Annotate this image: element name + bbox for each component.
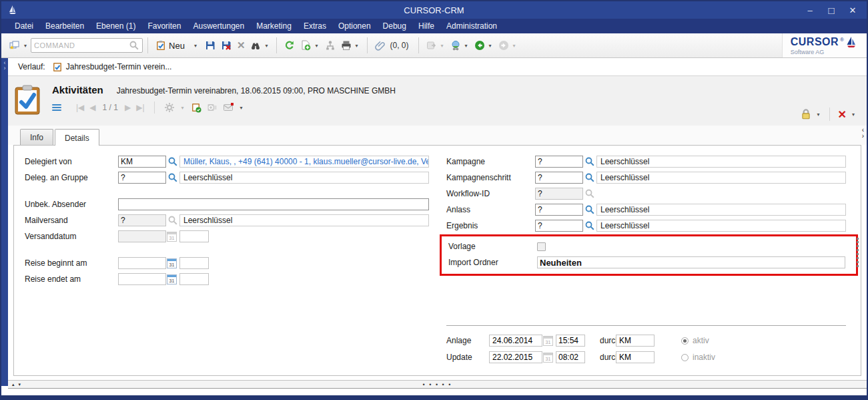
menu-favoriten[interactable]: Favoriten bbox=[142, 20, 186, 32]
settings-caret-icon[interactable]: ▾ bbox=[180, 105, 185, 111]
history-item-label[interactable]: Jahresbudget-Termin verein... bbox=[66, 62, 172, 71]
last-record-icon[interactable]: ▶| bbox=[136, 103, 144, 112]
reise-endet-time-input[interactable] bbox=[179, 273, 209, 285]
delegiert-von-input[interactable] bbox=[118, 156, 166, 168]
forward-caret-icon[interactable]: ▾ bbox=[512, 43, 517, 49]
back-caret-icon[interactable]: ▾ bbox=[488, 43, 493, 49]
new-window-caret-icon[interactable]: ▾ bbox=[23, 43, 28, 49]
next-record-icon[interactable]: ▶ bbox=[125, 103, 131, 112]
inaktiv-radio-option[interactable]: inaktiv bbox=[681, 353, 715, 362]
workflow-id-input[interactable] bbox=[535, 188, 583, 200]
ergebnis-input[interactable] bbox=[535, 220, 583, 232]
delete-caret-icon[interactable]: ▾ bbox=[851, 112, 856, 118]
versanddatum-time-input[interactable] bbox=[179, 230, 209, 242]
menu-debug[interactable]: Debug bbox=[378, 20, 412, 32]
discard-button[interactable]: ✕ bbox=[234, 37, 248, 53]
aktiv-radio-option[interactable]: aktiv bbox=[681, 336, 709, 345]
mail-caret-icon[interactable]: ▾ bbox=[239, 105, 244, 111]
kampagne-input[interactable] bbox=[535, 156, 583, 168]
minimize-button[interactable]: – bbox=[805, 5, 815, 15]
maximize-button[interactable]: □ bbox=[827, 5, 836, 16]
reise-beginnt-time-input[interactable] bbox=[179, 257, 209, 269]
delegiert-von-lookup-icon[interactable] bbox=[167, 156, 178, 167]
vorlage-checkbox[interactable] bbox=[537, 242, 546, 251]
reise-beginnt-calendar-icon[interactable]: 31 bbox=[167, 258, 177, 268]
delegiert-von-label: Delegiert von bbox=[25, 157, 118, 166]
unbek-absender-input[interactable] bbox=[118, 198, 429, 210]
neu-button[interactable]: Neu bbox=[153, 38, 187, 53]
first-record-icon[interactable]: |◀ bbox=[76, 103, 84, 112]
task-check-icon[interactable] bbox=[191, 102, 201, 113]
menu-hilfe[interactable]: Hilfe bbox=[413, 20, 440, 32]
inaktiv-radio[interactable] bbox=[681, 354, 689, 361]
close-button[interactable]: ✕ bbox=[848, 5, 857, 15]
save-button[interactable] bbox=[202, 38, 218, 53]
kampagne-display: Leerschlüssel bbox=[596, 156, 846, 168]
refresh-button[interactable] bbox=[282, 38, 298, 53]
outlook-icon[interactable] bbox=[207, 102, 218, 113]
search-caret-icon[interactable]: ▾ bbox=[264, 43, 269, 49]
menu-ebenen[interactable]: Ebenen (1) bbox=[91, 20, 141, 32]
deleg-an-gruppe-lookup-icon[interactable] bbox=[167, 172, 178, 183]
ergebnis-lookup-icon[interactable] bbox=[584, 220, 595, 231]
menu-datei[interactable]: Datei bbox=[9, 20, 39, 32]
export-button[interactable]: ▾ bbox=[424, 38, 448, 53]
tab-info[interactable]: Info bbox=[20, 129, 53, 145]
forward-button[interactable]: ▾ bbox=[496, 38, 520, 53]
new-document-caret-icon[interactable]: ▾ bbox=[314, 43, 319, 49]
search-binoculars-button[interactable]: ▾ bbox=[248, 38, 272, 53]
back-button[interactable]: ▾ bbox=[472, 38, 496, 53]
reise-endet-calendar-icon[interactable]: 31 bbox=[167, 274, 177, 284]
prev-record-icon[interactable]: ◀ bbox=[89, 103, 95, 112]
bottom-splitter-bar[interactable]: ▴ ▾ • • • • • bbox=[8, 380, 867, 389]
print-caret-icon[interactable]: ▾ bbox=[354, 43, 360, 49]
attachments-button[interactable]: (0, 0) bbox=[372, 38, 414, 53]
kampagne-lookup-icon[interactable] bbox=[584, 156, 595, 167]
versanddatum-date-input[interactable] bbox=[118, 230, 166, 242]
history-item[interactable]: Jahresbudget-Termin verein... bbox=[52, 61, 172, 72]
web-contact-caret-icon[interactable]: ▾ bbox=[464, 43, 469, 49]
deleg-an-gruppe-input[interactable] bbox=[118, 172, 166, 184]
anlage-date-input bbox=[489, 335, 542, 347]
list-menu-icon[interactable] bbox=[52, 104, 61, 111]
delete-record-icon[interactable]: ✕ bbox=[838, 108, 847, 121]
menu-auswertungen[interactable]: Auswertungen bbox=[187, 20, 250, 32]
reise-endet-date-input[interactable] bbox=[118, 273, 166, 285]
aktiv-radio[interactable] bbox=[681, 337, 689, 345]
new-window-button[interactable]: ▾ bbox=[7, 38, 31, 53]
print-button[interactable]: ▾ bbox=[338, 38, 362, 53]
menu-marketing[interactable]: Marketing bbox=[251, 20, 297, 32]
workflow-button[interactable] bbox=[322, 38, 338, 53]
save-close-button[interactable] bbox=[218, 38, 234, 53]
command-search-icon[interactable] bbox=[129, 40, 139, 51]
unbek-absender-label: Unbek. Absender bbox=[25, 200, 118, 209]
menu-optionen[interactable]: Optionen bbox=[333, 20, 376, 32]
menu-administration[interactable]: Administration bbox=[441, 20, 502, 32]
neu-caret-icon[interactable]: ▾ bbox=[193, 43, 198, 49]
mail-button[interactable] bbox=[223, 102, 234, 113]
command-input[interactable] bbox=[34, 41, 129, 49]
export-caret-icon[interactable]: ▾ bbox=[440, 43, 445, 49]
kampagnenschritt-input[interactable] bbox=[535, 172, 583, 184]
brand-name: CURSOR bbox=[791, 36, 839, 48]
lock-icon[interactable] bbox=[800, 108, 812, 120]
tab-details[interactable]: Details bbox=[55, 129, 99, 146]
anlass-lookup-icon[interactable] bbox=[584, 204, 595, 215]
left-collapse-strip[interactable]: ‹ › bbox=[1, 58, 8, 386]
splitter-handle[interactable] bbox=[857, 238, 859, 267]
web-contact-button[interactable]: ▾ bbox=[448, 38, 472, 53]
import-ordner-input[interactable] bbox=[537, 256, 845, 268]
new-document-button[interactable]: ▾ bbox=[298, 38, 322, 53]
mailversand-input[interactable] bbox=[118, 214, 166, 226]
menu-bearbeiten[interactable]: Bearbeiten bbox=[40, 20, 89, 32]
lock-caret-icon[interactable]: ▾ bbox=[816, 112, 821, 118]
anlass-input[interactable] bbox=[535, 204, 583, 216]
splitter-dots-handle[interactable]: • • • • • bbox=[8, 381, 867, 388]
panel-collapse-handles[interactable]: ‹ › bbox=[862, 127, 864, 139]
collapse-right-icon[interactable]: › bbox=[4, 65, 6, 71]
reise-beginnt-date-input[interactable] bbox=[118, 257, 166, 269]
collapse-right-icon[interactable]: › bbox=[862, 133, 864, 139]
settings-gear-icon[interactable] bbox=[164, 102, 175, 113]
kampagnenschritt-lookup-icon[interactable] bbox=[584, 172, 595, 183]
menu-extras[interactable]: Extras bbox=[298, 20, 332, 32]
